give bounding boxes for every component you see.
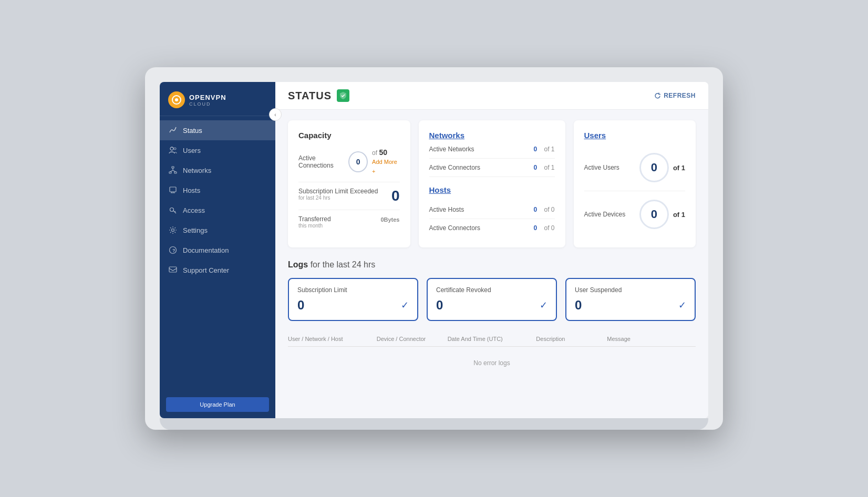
capacity-card: Capacity Active Connections 0 of 50 Ad	[288, 120, 410, 247]
subscription-limit-value: 0	[297, 298, 304, 313]
users-icon	[168, 146, 178, 155]
sidebar-item-access-label: Access	[183, 206, 205, 214]
transferred-unit: Bytes	[384, 216, 400, 223]
log-table-header: User / Network / Host Device / Connector…	[288, 332, 696, 347]
networks-active-connectors-label: Active Connectors	[429, 164, 480, 171]
networks-active-connectors-row: Active Connectors 0 of 1	[429, 159, 555, 177]
log-col-user: User / Network / Host	[288, 336, 377, 342]
networks-active-connectors-value: 0	[533, 164, 537, 171]
svg-rect-7	[170, 187, 176, 192]
support-icon	[168, 265, 178, 275]
refresh-label: REFRESH	[664, 92, 696, 99]
logs-section: Logs for the last 24 hrs Subscription Li…	[288, 260, 696, 379]
svg-rect-6	[174, 172, 177, 173]
svg-point-2	[170, 147, 173, 150]
sidebar-collapse-button[interactable]: ‹	[269, 108, 282, 121]
sidebar-item-settings-label: Settings	[183, 226, 208, 234]
user-suspended-card: User Suspended 0 ✓	[565, 278, 696, 321]
sidebar-item-users[interactable]: Users	[160, 140, 275, 160]
logs-header-bold: Logs	[288, 260, 308, 269]
svg-rect-4	[172, 167, 174, 168]
active-connections-value: 0	[348, 151, 368, 172]
active-devices-of: 1	[681, 211, 685, 219]
sidebar-item-support-label: Support Center	[183, 266, 229, 274]
sidebar: OPENVPN CLOUD ‹ Status	[160, 82, 275, 418]
certificate-revoked-label: Certificate Revoked	[436, 286, 547, 294]
networks-active-connectors-of: 1	[551, 164, 555, 171]
active-hosts-value: 0	[533, 206, 537, 213]
active-users-value: 0	[639, 153, 669, 182]
refresh-button[interactable]: REFRESH	[654, 92, 696, 99]
hosts-icon	[168, 185, 178, 195]
main-content: STATUS REFRESH	[275, 82, 708, 418]
subscription-limit-check-icon: ✓	[401, 299, 409, 311]
sidebar-logo: OPENVPN CLOUD	[160, 82, 275, 116]
active-networks-label: Active Networks	[429, 146, 474, 153]
user-suspended-check-icon: ✓	[678, 299, 686, 311]
active-users-label: Active Users	[584, 164, 619, 171]
active-users-of: 1	[681, 164, 685, 172]
sidebar-item-hosts[interactable]: Hosts	[160, 180, 275, 200]
sidebar-item-documentation-label: Documentation	[183, 246, 229, 254]
content-area: Capacity Active Connections 0 of 50 Ad	[275, 110, 708, 418]
log-col-message: Message	[607, 336, 696, 342]
active-devices-value: 0	[639, 200, 669, 229]
svg-text:?: ?	[172, 248, 175, 253]
sidebar-item-documentation[interactable]: ? Documentation	[160, 240, 275, 260]
logo-text: OPENVPN CLOUD	[189, 94, 226, 107]
sidebar-item-status-label: Status	[183, 127, 202, 134]
active-devices-label: Active Devices	[584, 211, 626, 218]
sidebar-item-access[interactable]: Access	[160, 200, 275, 220]
access-icon	[168, 205, 178, 215]
subscription-label: Subscription Limit Exceeded	[298, 188, 378, 195]
sidebar-item-settings[interactable]: Settings	[160, 220, 275, 240]
sidebar-item-support[interactable]: Support Center	[160, 260, 275, 280]
transferred-sublabel: this month	[298, 223, 331, 229]
page-title-area: STATUS	[288, 89, 349, 102]
add-more-link[interactable]: Add More +	[372, 159, 397, 174]
certificate-revoked-card: Certificate Revoked 0 ✓	[427, 278, 557, 321]
subscription-row: Subscription Limit Exceeded for last 24 …	[298, 182, 400, 210]
active-connections-row: Active Connections 0 of 50 Add More +	[298, 148, 400, 175]
sidebar-nav: Status Users	[160, 116, 275, 391]
sidebar-item-networks[interactable]: Networks	[160, 160, 275, 180]
sidebar-bottom: Upgrade Plan	[160, 391, 275, 418]
logo-icon	[168, 91, 185, 108]
active-networks-of: 1	[551, 146, 555, 153]
log-col-device: Device / Connector	[377, 336, 448, 342]
hosts-active-connectors-label: Active Connectors	[429, 224, 480, 232]
hosts-active-connectors-row: Active Connectors 0 of 0	[429, 219, 555, 237]
logs-header-rest: for the last 24 hrs	[311, 260, 376, 269]
users-title-link[interactable]: Users	[584, 131, 606, 140]
upgrade-button[interactable]: Upgrade Plan	[166, 397, 269, 412]
users-card: Users Active Users 0 of 1 Active De	[574, 120, 696, 247]
subscription-limit-label: Subscription Limit	[297, 286, 409, 294]
active-users-row: Active Users 0 of 1	[584, 147, 686, 189]
page-title: STATUS	[288, 90, 332, 102]
certificate-revoked-value: 0	[436, 298, 443, 313]
top-bar: STATUS REFRESH	[275, 82, 708, 110]
logo-cloud-label: CLOUD	[189, 101, 226, 107]
user-suspended-value: 0	[575, 298, 582, 313]
subscription-limit-card: Subscription Limit 0 ✓	[288, 278, 418, 321]
hosts-active-connectors-value: 0	[533, 224, 537, 232]
subscription-sublabel: for last 24 hrs	[298, 195, 378, 201]
active-devices-row: Active Devices 0 of 1	[584, 193, 686, 235]
sidebar-item-networks-label: Networks	[183, 167, 211, 174]
documentation-icon: ?	[168, 245, 178, 255]
active-hosts-label: Active Hosts	[429, 206, 464, 213]
active-connections-label: Active Connections	[298, 154, 348, 169]
networks-title-link[interactable]: Networks	[429, 131, 465, 140]
settings-icon	[168, 225, 178, 235]
logs-header: Logs for the last 24 hrs	[288, 260, 696, 270]
sidebar-item-hosts-label: Hosts	[183, 187, 200, 194]
capacity-title: Capacity	[298, 131, 400, 140]
active-hosts-row: Active Hosts 0 of 0	[429, 201, 555, 219]
shield-icon	[337, 89, 349, 102]
svg-point-3	[174, 148, 176, 150]
sidebar-item-status[interactable]: Status	[160, 120, 275, 140]
active-connections-of: 50	[379, 148, 387, 157]
svg-rect-5	[169, 172, 171, 173]
hosts-title-link[interactable]: Hosts	[429, 185, 555, 194]
transferred-row: Transferred this month 0Bytes	[298, 210, 400, 234]
